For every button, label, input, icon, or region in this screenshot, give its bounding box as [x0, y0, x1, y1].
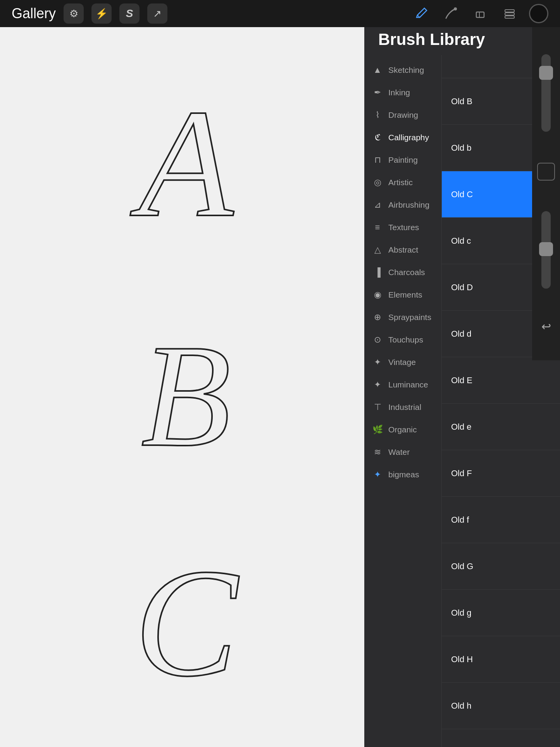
svg-text:B: B: [141, 314, 231, 468]
inking-icon: ✒: [372, 88, 383, 98]
size-slider-thumb[interactable]: [539, 66, 553, 80]
abstract-icon: △: [372, 245, 383, 255]
sidebar-label-painting: Painting: [388, 155, 418, 165]
organic-icon: 🌿: [372, 425, 383, 435]
brush-item-old-e[interactable]: Old E 𝔈 ✎: [442, 357, 560, 404]
brush-name-old-f: Old F: [451, 468, 501, 478]
bigmeas-icon: ✦: [372, 470, 383, 480]
svg-rect-4: [505, 10, 514, 12]
calligraphy-icon: ℭ: [372, 133, 383, 143]
sidebar-label-airbrushing: Airbrushing: [388, 200, 429, 210]
eraser-tool[interactable]: [470, 3, 490, 24]
smudge-tool[interactable]: [441, 3, 461, 24]
pencil-tool[interactable]: [411, 3, 431, 24]
brush-name-old-h: Old H: [451, 654, 501, 664]
size-slider[interactable]: [541, 54, 551, 132]
sidebar-item-inking[interactable]: ✒Inking: [364, 81, 441, 104]
opacity-slider-thumb[interactable]: [539, 242, 553, 256]
sidebar-label-bigmeas: bigmeas: [388, 470, 419, 479]
brush-item-old-e-lower[interactable]: Old e 𝔢 ✎: [442, 404, 560, 450]
sidebar-label-drawing: Drawing: [388, 110, 418, 120]
brush-name-old-c: Old C: [451, 189, 501, 200]
brush-name-old-e: Old E: [451, 375, 501, 386]
brush-item-old-g[interactable]: Old G 𝔊 ✎: [442, 543, 560, 590]
airbrushing-icon: ⊿: [372, 200, 383, 210]
gallery-label[interactable]: Gallery: [12, 5, 56, 22]
canvas-letter-a: A: [105, 76, 267, 239]
artistic-icon: ◎: [372, 177, 383, 188]
settings-icon[interactable]: ⚙: [64, 3, 84, 24]
brush-item-old-f[interactable]: Old F 𝔉 ✎: [442, 450, 560, 497]
industrial-icon: ⊤: [372, 402, 383, 412]
brush-preview-old-h: ℌ: [501, 643, 560, 676]
selection-icon[interactable]: S: [119, 3, 140, 24]
sidebar-item-airbrushing[interactable]: ⊿Airbrushing: [364, 194, 441, 216]
color-picker[interactable]: [529, 4, 548, 23]
sidebar-item-luminance[interactable]: ✦Luminance: [364, 374, 441, 396]
sidebar-item-calligraphy[interactable]: ℭCalligraphy: [364, 126, 441, 149]
brush-sidebar: ▲Sketching✒Inking⌇DrawingℭCalligraphy⊓Pa…: [364, 55, 442, 747]
canvas-letter-b: B: [105, 306, 267, 468]
brush-preview-old-h-lower: 𝔥: [501, 689, 560, 722]
brush-item-old-h[interactable]: Old H ℌ ✎: [442, 636, 560, 683]
elements-icon: ◉: [372, 290, 383, 300]
brush-panel-title: Brush Library: [378, 30, 485, 49]
brush-name-old-b-lower: Old b: [451, 143, 501, 153]
sidebar-label-touchups: Touchups: [388, 335, 423, 344]
adjustments-icon[interactable]: ⚡: [91, 3, 112, 24]
opacity-slider[interactable]: [541, 211, 551, 289]
brush-preview-old-e: 𝔈: [501, 364, 560, 397]
tool-square[interactable]: [537, 163, 555, 181]
sidebar-label-luminance: Luminance: [388, 380, 428, 389]
brush-name-old-d: Old D: [451, 282, 501, 293]
svg-rect-5: [505, 13, 514, 15]
sidebar-item-touchups[interactable]: ⊙Touchups: [364, 329, 441, 351]
sidebar-item-sketching[interactable]: ▲Sketching: [364, 59, 441, 81]
sidebar-item-bigmeas[interactable]: ✦bigmeas: [364, 463, 441, 486]
brush-name-old-c-lower: Old c: [451, 236, 501, 246]
sidebar-item-textures[interactable]: ≡Textures: [364, 216, 441, 239]
toolbar-right: [411, 3, 548, 24]
canvas-area: A B C: [0, 27, 372, 747]
undo-button[interactable]: ↩: [541, 320, 551, 333]
brush-name-old-g: Old G: [451, 561, 501, 571]
brush-item-old-h-lower[interactable]: Old h 𝔥 ✎: [442, 683, 560, 729]
brush-item-old-g-lower[interactable]: Old g 𝔤 ✎: [442, 590, 560, 636]
svg-text:C: C: [134, 537, 241, 698]
sidebar-item-artistic[interactable]: ◎Artistic: [364, 171, 441, 194]
sidebar-item-water[interactable]: ≋Water: [364, 441, 441, 463]
sidebar-label-industrial: Industrial: [388, 403, 421, 412]
svg-point-1: [454, 7, 457, 10]
sidebar-item-industrial[interactable]: ⊤Industrial: [364, 396, 441, 418]
spraypaints-icon: ⊕: [372, 312, 383, 322]
transform-icon[interactable]: ↗: [147, 3, 167, 24]
brush-panel-body: ▲Sketching✒Inking⌇DrawingℭCalligraphy⊓Pa…: [364, 55, 560, 747]
sidebar-item-charcoals[interactable]: ▐Charcoals: [364, 261, 441, 284]
sidebar-item-drawing[interactable]: ⌇Drawing: [364, 104, 441, 126]
canvas-letter-c: C: [105, 535, 267, 698]
sidebar-item-elements[interactable]: ◉Elements: [364, 284, 441, 306]
svg-rect-2: [476, 12, 484, 17]
sidebar-item-spraypaints[interactable]: ⊕Spraypaints: [364, 306, 441, 329]
sidebar-item-painting[interactable]: ⊓Painting: [364, 149, 441, 171]
layers-tool[interactable]: [500, 3, 520, 24]
touchups-icon: ⊙: [372, 335, 383, 345]
brush-preview-old-f-lower: 𝔣: [501, 503, 560, 536]
brush-preview-old-g-lower: 𝔤: [501, 596, 560, 629]
drawing-icon: ⌇: [372, 110, 383, 120]
brush-name-old-d-lower: Old d: [451, 329, 501, 339]
brush-panel: Brush Library + ▲Sketching✒Inking⌇Drawin…: [364, 19, 560, 747]
sidebar-label-organic: Organic: [388, 425, 417, 434]
brush-preview-old-g: 𝔊: [501, 550, 560, 583]
brush-item-old-f-lower[interactable]: Old f 𝔣 ✎: [442, 497, 560, 543]
sidebar-label-inking: Inking: [388, 88, 410, 97]
sidebar-label-calligraphy: Calligraphy: [388, 133, 429, 142]
sidebar-item-vintage[interactable]: ✦Vintage: [364, 351, 441, 374]
charcoals-icon: ▐: [372, 267, 383, 277]
water-icon: ≋: [372, 447, 383, 457]
vintage-icon: ✦: [372, 357, 383, 367]
sidebar-item-organic[interactable]: 🌿Organic: [364, 418, 441, 441]
toolbar: Gallery ⚙ ⚡ S ↗: [0, 0, 560, 27]
sidebar-item-abstract[interactable]: △Abstract: [364, 239, 441, 261]
sidebar-label-charcoals: Charcoals: [388, 268, 425, 277]
